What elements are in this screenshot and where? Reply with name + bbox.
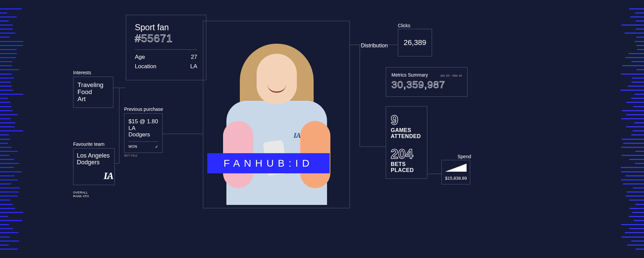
clicks-label: Clicks (398, 23, 410, 28)
sport-fan-card: Sport fan #55671 Age 27 Location LA (126, 15, 206, 80)
sport-fan-title: Sport fan (135, 23, 197, 32)
divider (135, 49, 197, 50)
interests-card: Traveling Food Art (73, 77, 113, 108)
spend-trend-icon (445, 164, 467, 172)
decorative-stripes-left (0, 0, 23, 258)
interest-item: Art (77, 96, 109, 103)
games-attended-label: GAMESATTENDED (391, 127, 422, 139)
favourite-team-label: Favourite team (73, 141, 104, 147)
age-label: Age (135, 54, 145, 60)
la-logo-icon: LA (104, 170, 111, 181)
spend-label: Spend (458, 154, 471, 159)
stats-card: 9 GAMESATTENDED 204 BETS PLACED (386, 106, 427, 179)
spend-card: $15,838.89 (441, 160, 470, 184)
interest-item: Traveling (77, 82, 109, 89)
interest-item: Food (77, 89, 109, 96)
metrics-title: Metrics Summary (391, 72, 428, 78)
connector-line (119, 88, 119, 163)
svg-marker-0 (445, 164, 467, 172)
distribution-label: Distribution (361, 43, 388, 49)
decorative-stripes-right (621, 0, 644, 258)
clicks-card: 26,389 (398, 29, 432, 56)
fanhub-id-banner: FANHUB:ID (207, 153, 330, 173)
status-text: WON (128, 145, 137, 148)
connector-line (360, 146, 386, 147)
metrics-value: 30,359,987 (391, 79, 462, 90)
interests-label: Interests (73, 70, 91, 75)
location-row: Location LA (135, 63, 197, 70)
profile-photo: LA (208, 27, 345, 205)
previous-purchase-label: Previous purchase (124, 106, 163, 112)
clicks-value: 26,389 (404, 38, 426, 47)
metrics-date-range: Jan 15 – Mar 16 (440, 74, 462, 77)
bets-placed-number: 204 (391, 147, 422, 161)
connector-line (115, 163, 119, 164)
connector-line (113, 88, 126, 88)
connector-line (163, 134, 203, 134)
checkmark-icon: ✓ (155, 144, 159, 149)
overall-rank: OVERALL RANK 4TH (73, 191, 89, 198)
age-row: Age 27 (135, 54, 197, 60)
purchase-line: $15 @ 1.80 (128, 118, 158, 125)
purchase-line: Dodgers (128, 131, 158, 138)
metrics-summary-card: Metrics Summary Jan 15 – Mar 16 30,359,9… (386, 67, 468, 97)
bets-placed-label: BETS PLACED (391, 161, 422, 173)
location-value: LA (190, 63, 197, 70)
purchase-line: LA (128, 125, 158, 132)
favourite-team-card: Los Angeles Dodgers LA (73, 148, 115, 185)
team-name: Dodgers (77, 159, 111, 166)
team-name: Los Angeles (77, 153, 111, 159)
spend-value: $15,838.89 (445, 176, 467, 181)
previous-purchase-card: $15 @ 1.80 LA Dodgers WON ✓ (124, 113, 163, 153)
connector-line (360, 45, 360, 146)
games-attended-number: 9 (391, 113, 422, 127)
age-value: 27 (191, 54, 197, 60)
location-label: Location (135, 63, 156, 70)
purchase-status: WON ✓ (128, 144, 158, 149)
divider (128, 141, 158, 142)
sport-fan-id: #55671 (135, 32, 197, 45)
bet-number: BET #312 (124, 154, 138, 157)
connector-line (427, 174, 441, 174)
